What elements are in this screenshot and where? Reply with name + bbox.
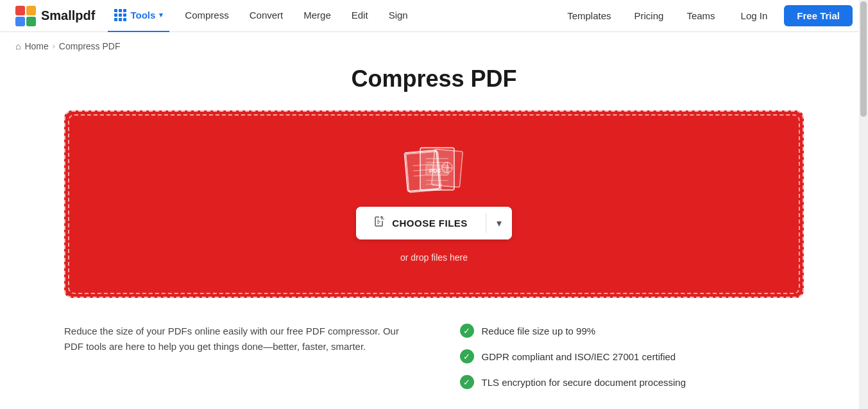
dropzone[interactable]: PDF (68, 114, 800, 294)
breadcrumb-separator: › (53, 42, 55, 51)
drop-hint: or drop files here (400, 252, 468, 263)
features-column: ✓ Reduce file size up to 99% ✓ GDPR comp… (460, 324, 804, 389)
feature-text-2: TLS encryption for secure document proce… (482, 377, 686, 388)
tools-label: Tools (130, 10, 155, 21)
choose-files-label: CHOOSE FILES (392, 218, 468, 229)
nav-templates[interactable]: Templates (558, 0, 620, 32)
feature-item-1: ✓ GDPR compliant and ISO/IEC 27001 certi… (460, 349, 804, 363)
logo-text: Smallpdf (41, 8, 95, 23)
choose-files-button[interactable]: CHOOSE FILES (356, 207, 486, 239)
navbar: Smallpdf Tools ▾ Compress Convert Merge … (0, 0, 868, 32)
scrollbar-thumb[interactable] (860, 1, 867, 117)
nav-merge[interactable]: Merge (293, 0, 341, 32)
breadcrumb: ⌂ Home › Compress PDF (0, 32, 868, 60)
breadcrumb-home-link[interactable]: Home (24, 41, 48, 51)
logo-icon (15, 6, 36, 26)
nav-convert[interactable]: Convert (239, 0, 294, 32)
dropzone-wrapper[interactable]: PDF (64, 110, 804, 298)
svg-rect-1 (26, 6, 36, 15)
nav-right: Templates Pricing Teams Log In Free Tria… (558, 0, 853, 32)
nav-pricing[interactable]: Pricing (625, 0, 673, 32)
description-text: Reduce the size of your PDFs online easi… (64, 324, 409, 354)
nav-sign[interactable]: Sign (379, 0, 418, 32)
logo[interactable]: Smallpdf (15, 6, 95, 26)
bottom-section: Reduce the size of your PDFs online easi… (0, 298, 868, 408)
check-icon-1: ✓ (460, 349, 474, 363)
check-icon-0: ✓ (460, 324, 474, 338)
choose-files-dropdown-button[interactable]: ▾ (486, 207, 512, 239)
check-icon-2: ✓ (460, 375, 474, 389)
svg-rect-2 (15, 17, 25, 26)
feature-text-1: GDPR compliant and ISO/IEC 27001 certifi… (482, 351, 676, 362)
feature-item-0: ✓ Reduce file size up to 99% (460, 324, 804, 338)
upload-icon (374, 216, 386, 231)
feature-item-2: ✓ TLS encryption for secure document pro… (460, 375, 804, 389)
tools-chevron-icon: ▾ (159, 11, 163, 19)
nav-compress[interactable]: Compress (174, 0, 239, 32)
login-button[interactable]: Log In (729, 5, 779, 26)
pdf-icon-group: PDF (405, 146, 463, 194)
feature-text-0: Reduce file size up to 99% (482, 326, 596, 336)
dropdown-chevron-icon: ▾ (497, 217, 502, 229)
description-column: Reduce the size of your PDFs online easi… (64, 324, 409, 389)
choose-files-container: CHOOSE FILES ▾ (356, 207, 512, 239)
nav-teams[interactable]: Teams (677, 0, 724, 32)
main-nav-links: Compress Convert Merge Edit Sign (174, 0, 418, 32)
home-icon: ⌂ (15, 41, 21, 51)
svg-rect-3 (26, 17, 36, 26)
free-trial-button[interactable]: Free Trial (784, 5, 853, 26)
svg-text:PDF: PDF (429, 168, 441, 174)
nav-edit[interactable]: Edit (341, 0, 379, 32)
svg-rect-0 (15, 6, 25, 15)
grid-icon (114, 9, 126, 21)
scrollbar[interactable] (859, 0, 868, 408)
pdf-doc-front: PDF (420, 147, 455, 193)
page-title: Compress PDF (0, 65, 868, 92)
tools-menu-button[interactable]: Tools ▾ (108, 0, 169, 32)
breadcrumb-current: Compress PDF (59, 41, 121, 51)
